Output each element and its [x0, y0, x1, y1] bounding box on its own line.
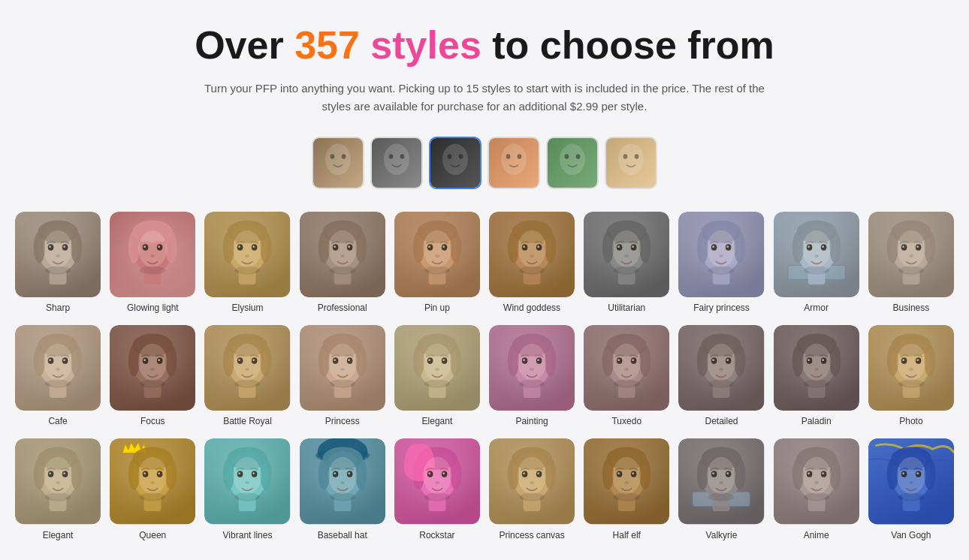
- svg-point-265: [617, 359, 620, 361]
- svg-point-302: [887, 345, 898, 377]
- svg-point-23: [565, 154, 569, 159]
- style-card-anime[interactable]: Anime: [774, 438, 859, 540]
- style-card-elysium[interactable]: Elysium: [204, 212, 290, 313]
- filter-thumb-f1[interactable]: [312, 137, 364, 189]
- style-card-queen[interactable]: Queen: [110, 438, 195, 540]
- style-card-half-elf[interactable]: Half elf: [584, 438, 669, 540]
- svg-point-126: [624, 254, 629, 257]
- title-between: [360, 23, 370, 67]
- style-card-sharp[interactable]: Sharp: [15, 212, 101, 313]
- svg-point-454: [909, 482, 913, 485]
- svg-point-210: [253, 359, 255, 361]
- style-card-princess[interactable]: Princess: [300, 325, 385, 426]
- style-card-image-armor: [774, 212, 859, 297]
- svg-point-206: [233, 344, 261, 381]
- filter-thumb-f5[interactable]: [546, 137, 599, 189]
- svg-point-54: [143, 245, 146, 248]
- svg-point-352: [234, 493, 260, 501]
- style-card-vibrant-lines[interactable]: Vibrant lines: [204, 438, 290, 540]
- svg-point-218: [318, 345, 329, 377]
- style-card-label-tuxedo: Tuxedo: [611, 416, 641, 426]
- svg-point-282: [708, 380, 734, 388]
- svg-point-12: [442, 144, 468, 175]
- style-card-label-elysium: Elysium: [231, 303, 263, 313]
- svg-point-252: [537, 359, 539, 361]
- style-card-elegant[interactable]: Elegant: [394, 325, 480, 426]
- svg-point-425: [720, 482, 724, 485]
- svg-point-408: [617, 473, 620, 475]
- svg-point-107: [518, 230, 546, 267]
- svg-point-395: [537, 473, 539, 475]
- svg-point-85: [330, 266, 355, 274]
- svg-point-97: [442, 245, 445, 248]
- style-card-label-van-gogh: Van Gogh: [891, 530, 931, 540]
- svg-point-57: [140, 266, 165, 274]
- style-card-armor[interactable]: Armor: [774, 212, 859, 313]
- svg-point-316: [34, 459, 45, 490]
- style-card-label-half-elf: Half elf: [613, 530, 641, 540]
- svg-point-96: [428, 245, 430, 248]
- svg-point-178: [44, 344, 72, 381]
- style-card-image-business: [868, 212, 954, 297]
- style-card-label-photo: Photo: [899, 416, 922, 426]
- svg-point-19: [518, 154, 522, 159]
- svg-point-84: [340, 254, 345, 257]
- svg-point-106: [545, 232, 556, 263]
- filter-thumb-f3[interactable]: [429, 137, 481, 189]
- style-card-wind-goddess[interactable]: Wind goddess: [489, 212, 575, 313]
- svg-point-419: [735, 459, 746, 490]
- style-card-glowing-light[interactable]: Glowing light: [110, 212, 195, 313]
- svg-point-191: [165, 345, 177, 377]
- svg-point-149: [829, 232, 841, 263]
- style-card-label-glowing-light: Glowing light: [127, 303, 179, 313]
- svg-point-397: [519, 493, 545, 501]
- style-card-business[interactable]: Business: [868, 212, 954, 313]
- style-card-image-cafe: [15, 325, 101, 411]
- svg-point-239: [435, 368, 439, 371]
- svg-point-133: [697, 232, 708, 263]
- style-card-paladin[interactable]: Paladin: [774, 325, 859, 426]
- style-card-photo[interactable]: Photo: [868, 325, 954, 426]
- svg-point-453: [916, 473, 919, 475]
- style-card-image-tuxedo: [584, 325, 669, 411]
- svg-point-65: [233, 230, 261, 267]
- style-card-elegant2[interactable]: Elegant: [15, 438, 101, 540]
- style-card-valkyrie[interactable]: Valkyrie: [678, 438, 764, 540]
- svg-point-167: [902, 245, 904, 248]
- filter-thumb-f4[interactable]: [488, 137, 540, 189]
- style-card-pin-up[interactable]: Pin up: [394, 212, 480, 313]
- svg-point-290: [802, 344, 831, 381]
- style-card-utilitarian[interactable]: Utilitarian: [584, 212, 669, 313]
- svg-point-127: [614, 266, 639, 274]
- filter-thumb-f2[interactable]: [370, 137, 423, 189]
- svg-point-335: [143, 473, 146, 475]
- svg-point-448: [924, 459, 935, 490]
- style-card-rockstar[interactable]: Rockstar: [394, 438, 480, 540]
- style-card-professional[interactable]: Professional: [300, 212, 385, 313]
- style-card-fairy-princess[interactable]: Fairy princess: [678, 212, 764, 313]
- style-card-tuxedo[interactable]: Tuxedo: [584, 325, 669, 426]
- style-card-princess-canvas[interactable]: Princess canvas: [489, 438, 575, 540]
- filter-thumb-f6[interactable]: [605, 137, 657, 189]
- svg-point-99: [424, 266, 450, 274]
- style-card-cafe[interactable]: Cafe: [15, 325, 101, 426]
- style-card-image-elegant: [394, 325, 480, 411]
- svg-point-440: [804, 493, 829, 501]
- style-card-battle-royal[interactable]: Battle Royal: [204, 325, 290, 426]
- style-card-image-photo: [868, 325, 954, 411]
- svg-point-336: [158, 473, 160, 475]
- svg-point-43: [45, 266, 71, 274]
- svg-point-368: [340, 482, 345, 485]
- style-card-painting[interactable]: Painting: [489, 325, 575, 426]
- style-card-detailed[interactable]: Detailed: [678, 325, 764, 426]
- svg-point-148: [792, 232, 803, 263]
- svg-point-275: [735, 345, 746, 377]
- style-card-baseball-hat[interactable]: Baseball hat: [300, 438, 385, 540]
- style-card-image-anime: [774, 438, 859, 524]
- style-card-van-gogh[interactable]: Van Gogh: [868, 438, 954, 540]
- svg-point-390: [545, 459, 556, 490]
- svg-point-112: [530, 254, 534, 257]
- svg-point-164: [897, 230, 925, 267]
- style-card-image-valkyrie: [678, 438, 764, 524]
- style-card-focus[interactable]: Focus: [110, 325, 195, 426]
